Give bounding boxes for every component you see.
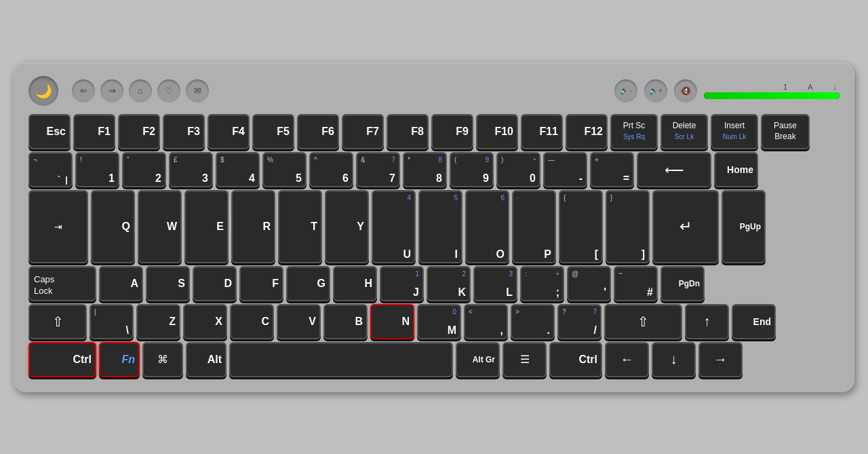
fn-key[interactable]: Fn [99, 342, 140, 377]
l-key[interactable]: 3 L [473, 266, 517, 301]
i-key[interactable]: 5 I [418, 190, 462, 263]
f8-key[interactable]: F8 [387, 114, 429, 149]
backtick-key[interactable]: ¬ ` | [28, 152, 73, 187]
o-key[interactable]: 6 O [465, 190, 509, 263]
a-key[interactable]: A [99, 266, 143, 301]
rctrl-key[interactable]: Ctrl [549, 342, 602, 377]
enter-key[interactable]: ↵ [652, 190, 719, 263]
right-arrow-key[interactable]: → [698, 342, 743, 377]
top-bar: 🌙 ⇐ ⇒ ⌂ ♡ ✉ 🔈- 🔈+ 🔇 1 A ↓ [28, 75, 840, 107]
asdf-row: CapsLock A S D F G H 1 J 2 K 3 L : + [28, 266, 840, 301]
n-key[interactable]: N [370, 304, 414, 339]
0-key[interactable]: ) • 0 [496, 152, 540, 187]
j-key[interactable]: 1 J [380, 266, 424, 301]
f3-key[interactable]: F3 [163, 114, 205, 149]
vol-down-button[interactable]: 🔈- [614, 79, 637, 102]
menu-key[interactable]: ☰ [502, 342, 547, 377]
insert-key[interactable]: InsertNum Lk [711, 114, 758, 149]
x-key[interactable]: X [183, 304, 227, 339]
1-key[interactable]: ! 1 [75, 152, 119, 187]
f12-key[interactable]: F12 [566, 114, 608, 149]
k-key[interactable]: 2 K [427, 266, 471, 301]
forward-button[interactable]: ⇒ [100, 79, 123, 102]
altgr-key[interactable]: Alt Gr [456, 342, 500, 377]
esc-key[interactable]: Esc [28, 114, 71, 149]
9-key[interactable]: ( 9 9 [450, 152, 494, 187]
p-key[interactable]: - P [512, 190, 556, 263]
5-key[interactable]: % 5 [262, 152, 307, 187]
lctrl-key[interactable]: Ctrl [28, 342, 96, 377]
down-arrow-key[interactable]: ↓ [652, 342, 696, 377]
vol-up-button[interactable]: 🔈+ [644, 79, 667, 102]
f6-key[interactable]: F6 [297, 114, 339, 149]
mute-button[interactable]: 🔇 [674, 79, 697, 102]
h-key[interactable]: H [333, 266, 377, 301]
favorites-button[interactable]: ♡ [157, 79, 180, 102]
f5-key[interactable]: F5 [252, 114, 294, 149]
alt-key[interactable]: Alt [186, 342, 226, 377]
6-key[interactable]: ^ 6 [309, 152, 353, 187]
g-key[interactable]: G [286, 266, 330, 301]
left-arrow-key[interactable]: ← [605, 342, 649, 377]
m-key[interactable]: 0 M [417, 304, 461, 339]
lshift-key[interactable]: ⇧ [28, 304, 87, 339]
t-key[interactable]: T [278, 190, 322, 263]
u-key[interactable]: 4 U [372, 190, 416, 263]
media-buttons: ⇐ ⇒ ⌂ ♡ ✉ [72, 79, 209, 102]
b-key[interactable]: B [323, 304, 368, 339]
f4-key[interactable]: F4 [208, 114, 250, 149]
w-key[interactable]: W [138, 190, 182, 263]
tab-key[interactable]: ⇥ [28, 190, 88, 263]
rshift-key[interactable]: ⇧ [604, 304, 682, 339]
indicator-labels: 1 A ↓ [783, 83, 840, 91]
space-key[interactable] [229, 342, 453, 377]
backslash-key[interactable]: | \ [90, 304, 134, 339]
comma-key[interactable]: < , [464, 304, 508, 339]
c-key[interactable]: C [230, 304, 274, 339]
equals-key[interactable]: + = [590, 152, 634, 187]
minus-key[interactable]: — - [543, 152, 587, 187]
moon-button[interactable]: 🌙 [28, 76, 58, 106]
f10-key[interactable]: F10 [476, 114, 518, 149]
semicolon-key[interactable]: : + ; [520, 266, 564, 301]
3-key[interactable]: £ 3 [169, 152, 213, 187]
rbracket-key[interactable]: } ] [606, 190, 650, 263]
pgdn-key[interactable]: PgDn [660, 266, 705, 301]
back-button[interactable]: ⇐ [72, 79, 95, 102]
win-key[interactable]: ⌘ [142, 342, 183, 377]
e-key[interactable]: E [184, 190, 229, 263]
period-key[interactable]: > . [511, 304, 555, 339]
z-key[interactable]: Z [136, 304, 180, 339]
7-key[interactable]: & 7 7 [356, 152, 400, 187]
s-key[interactable]: S [146, 266, 190, 301]
hash-key[interactable]: ~ # [614, 266, 658, 301]
4-key[interactable]: $ 4 [216, 152, 260, 187]
f7-key[interactable]: F7 [342, 114, 384, 149]
prtsc-key[interactable]: Prt ScSys Rq [610, 114, 658, 149]
q-key[interactable]: Q [91, 190, 135, 263]
mail-button[interactable]: ✉ [186, 79, 209, 102]
pgup-key[interactable]: PgUp [722, 190, 766, 263]
8-key[interactable]: * 8 8 [403, 152, 447, 187]
lbracket-key[interactable]: { [ [559, 190, 603, 263]
f11-key[interactable]: F11 [521, 114, 563, 149]
f1-key[interactable]: F1 [73, 114, 115, 149]
d-key[interactable]: D [193, 266, 237, 301]
pause-key[interactable]: PauseBreak [761, 114, 810, 149]
delete-key[interactable]: DeleteScr Lk [660, 114, 708, 149]
end-key[interactable]: End [732, 304, 776, 339]
backspace-key[interactable]: ⟵ [637, 152, 711, 187]
home-key[interactable]: Home [714, 152, 758, 187]
capslock-key[interactable]: CapsLock [28, 266, 96, 301]
v-key[interactable]: V [277, 304, 321, 339]
home-button[interactable]: ⌂ [129, 79, 152, 102]
slash-key[interactable]: ? 7 / [557, 304, 601, 339]
2-key[interactable]: " 2 [122, 152, 166, 187]
r-key[interactable]: R [231, 190, 275, 263]
y-key[interactable]: Y [325, 190, 369, 263]
f9-key[interactable]: F9 [431, 114, 473, 149]
up-arrow-key[interactable]: ↑ [685, 304, 729, 339]
quote-key[interactable]: @ ' [567, 266, 611, 301]
f-key[interactable]: F [239, 266, 283, 301]
f2-key[interactable]: F2 [118, 114, 160, 149]
